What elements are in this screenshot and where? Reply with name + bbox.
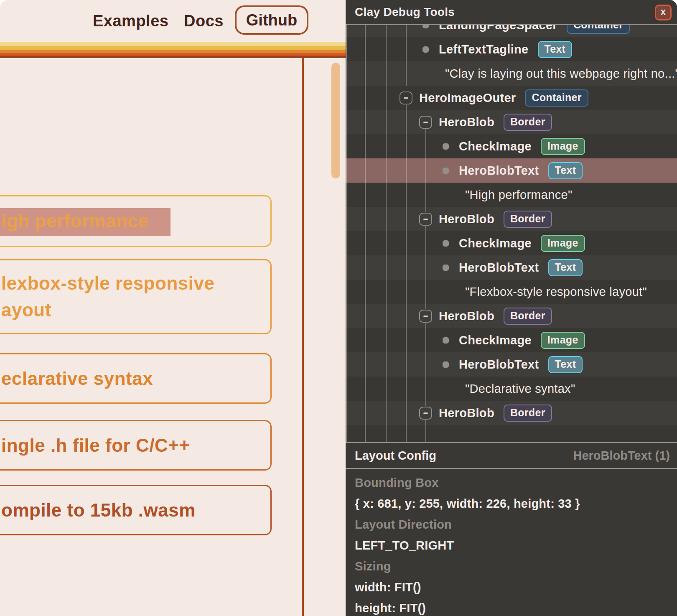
leaf-node-icon: [422, 46, 429, 53]
collapse-icon[interactable]: [419, 213, 432, 226]
config-property-value: width: FIT(): [355, 577, 669, 598]
feature-text: ompile to 15kb .wasm: [1, 497, 270, 524]
element-type-badge: Text: [538, 41, 573, 58]
collapse-icon[interactable]: [400, 92, 412, 104]
indent-guide-line: [346, 25, 347, 442]
element-type-badge: Text: [548, 356, 583, 373]
tree-node-name: HeroBlobText: [459, 164, 539, 178]
element-type-badge: Border: [504, 114, 552, 131]
element-type-badge: Text: [548, 162, 583, 179]
feature-text: ayout: [1, 297, 270, 323]
tree-node-row[interactable]: HeroBlobBorder: [346, 401, 677, 425]
element-type-badge: Image: [541, 235, 585, 252]
tree-node-name: CheckImage: [459, 237, 532, 250]
indent-guide-line: [406, 105, 407, 442]
tree-text-content-row: "Clay is laying out this webpage right n…: [346, 61, 677, 86]
tree-node-row[interactable]: HeroBlobTextText: [346, 158, 677, 183]
debug-panel-title: Clay Debug Tools: [355, 0, 455, 24]
leaf-node-icon: [422, 25, 429, 28]
element-type-badge: Border: [504, 211, 552, 228]
leaf-node-icon: [443, 265, 449, 271]
text-element-content: "Flexbox-style responsive layout": [465, 285, 647, 299]
tree-node-row[interactable]: HeroBlobBorder: [346, 110, 677, 134]
leaf-node-icon: [443, 337, 449, 344]
debug-panel-titlebar: Clay Debug Tools x: [346, 0, 677, 24]
element-type-badge: Container: [525, 89, 588, 107]
indent-guide-line: [425, 226, 426, 309]
tree-node-name: HeroBlob: [439, 212, 494, 226]
config-property-label: Layout Direction: [355, 514, 669, 535]
gradient-stripe-2: [0, 50, 346, 53]
tree-node-row[interactable]: LeftTextTaglineText: [346, 37, 677, 61]
element-type-badge: Text: [548, 259, 583, 276]
gradient-stripe-4: [0, 56, 346, 58]
feature-text: igh performance: [1, 208, 270, 234]
element-type-badge: Border: [504, 405, 552, 422]
indent-guide-line: [425, 420, 426, 442]
gradient-stripe-1: [0, 46, 346, 50]
titlebar-separator: [346, 24, 677, 25]
element-type-badge: Image: [541, 138, 585, 155]
collapse-icon[interactable]: [419, 310, 432, 323]
layout-config-section: Layout Config HeroBlobText (1) Bounding …: [346, 442, 677, 616]
leaf-node-icon: [443, 361, 449, 368]
clay-website-page: Examples Docs Github igh performancelexb…: [0, 0, 346, 616]
top-navigation: Examples Docs Github: [0, 0, 346, 42]
close-icon[interactable]: x: [655, 5, 672, 20]
tree-node-row[interactable]: HeroBlobTextText: [346, 255, 677, 280]
element-type-badge: Image: [541, 332, 585, 349]
leaf-node-icon: [443, 240, 449, 247]
tree-node-name: LeftTextTagline: [439, 43, 529, 56]
nav-link-examples[interactable]: Examples: [93, 0, 168, 42]
page-section-divider: [302, 58, 304, 616]
indent-guide-line: [425, 129, 426, 212]
decorative-gradient-stripes: [0, 42, 346, 58]
feature-text: lexbox-style responsive: [1, 270, 270, 297]
indent-guide-line: [425, 323, 426, 406]
config-property-value: LEFT_TO_RIGHT: [355, 535, 669, 556]
github-button[interactable]: Github: [235, 5, 308, 35]
tree-node-name: CheckImage: [459, 333, 532, 347]
indent-guide-line: [406, 25, 407, 86]
tree-node-name: CheckImage: [459, 140, 532, 153]
config-section-title: Layout Config: [355, 443, 436, 468]
text-element-content: "High performance": [465, 188, 573, 202]
page-scrollbar-thumb[interactable]: [331, 63, 340, 178]
tree-node-row[interactable]: HeroBlobBorder: [346, 207, 677, 231]
config-header: Layout Config HeroBlobText (1): [346, 443, 677, 468]
tree-node-row[interactable]: CheckImageImage: [346, 134, 677, 158]
tree-node-row[interactable]: HeroBlobTextText: [346, 352, 677, 377]
gradient-stripe-0: [0, 42, 346, 46]
element-type-badge: Border: [504, 308, 552, 325]
tree-text-content-row: "Flexbox-style responsive layout": [346, 280, 677, 304]
feature-box: igh performance: [0, 195, 272, 247]
tree-node-row[interactable]: CheckImageImage: [346, 231, 677, 255]
leaf-node-icon: [443, 143, 449, 150]
config-property-label: Bounding Box: [355, 472, 669, 493]
tree-node-row[interactable]: HeroBlobBorder: [346, 304, 677, 328]
nav-link-docs[interactable]: Docs: [184, 0, 224, 42]
tree-text-content-row: "Declarative syntax": [346, 377, 677, 401]
config-separator-mid: [346, 468, 677, 469]
text-element-content: "Clay is laying out this webpage right n…: [445, 67, 677, 81]
tree-node-name: HeroBlob: [439, 406, 494, 420]
element-hierarchy-tree: LandingPageSpacerContainerLeftTextTaglin…: [346, 25, 677, 442]
collapse-icon[interactable]: [419, 407, 432, 420]
feature-text: ingle .h file for C/C++: [1, 432, 270, 459]
feature-box: lexbox-style responsiveayout: [0, 259, 272, 334]
collapse-icon[interactable]: [419, 116, 432, 129]
text-element-content: "Declarative syntax": [465, 382, 575, 396]
tree-text-content-row: "High performance": [346, 183, 677, 207]
tree-node-name: HeroBlobText: [459, 261, 539, 275]
leaf-node-icon: [443, 168, 449, 174]
config-property-value: height: FIT(): [355, 598, 669, 616]
indent-guide-line: [386, 25, 387, 442]
element-type-badge: Container: [567, 25, 630, 34]
feature-box: eclarative syntax: [0, 353, 272, 404]
config-property-list: Bounding Box{ x: 681, y: 255, width: 226…: [355, 472, 669, 616]
tree-node-row[interactable]: HeroImageOuterContainer: [346, 86, 677, 110]
tree-node-row[interactable]: LandingPageSpacerContainer: [346, 25, 677, 37]
config-property-value: { x: 681, y: 255, width: 226, height: 33…: [355, 493, 669, 514]
tree-node-row[interactable]: CheckImageImage: [346, 328, 677, 352]
selected-element-label: HeroBlobText (1): [573, 443, 670, 468]
